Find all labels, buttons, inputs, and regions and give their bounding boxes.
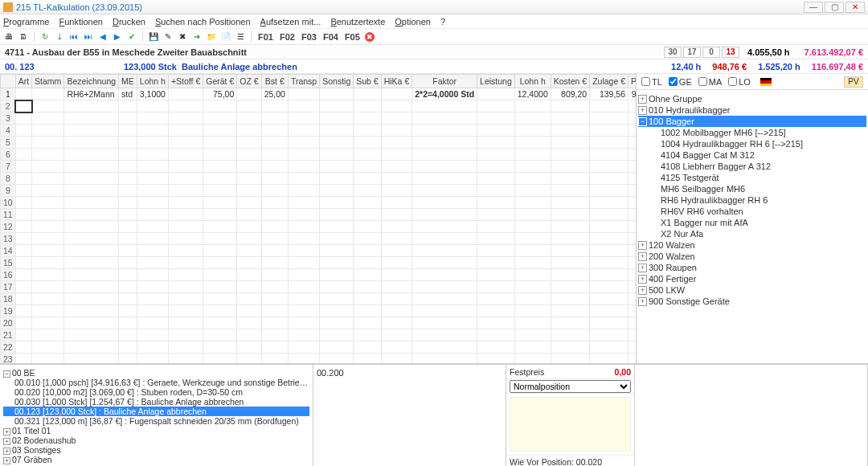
toolbar-f02[interactable]: F02 [278,32,297,42]
minimize-button[interactable]: — [804,2,823,13]
filter-ma[interactable]: MA [698,77,723,87]
pos-h1: 12,40 h [671,62,701,72]
toolbar: 🖶 🗎 ↻ ⤓ ⏮ ⏭ ◀ ▶ ✔ 💾 ✎ ✖ ➜ 📁 📄 ☰ F01 F02 … [0,29,868,45]
go-icon[interactable]: ➜ [191,31,203,43]
toolbar-f04[interactable]: F04 [321,32,340,42]
menu-bar: Programme Funktionen Drucken Suchen nach… [0,14,868,29]
next-icon[interactable]: ▶ [112,31,123,43]
save-icon[interactable]: 💾 [148,31,159,43]
pos-qty: 123,000 Stck [85,62,182,72]
positions-tree[interactable]: −00 BE00.010 [1,000 psch] [34.916,63 €] … [0,365,313,466]
project-title: 4711 - Ausbau der B55 in Meschede Zweite… [5,47,664,57]
box-0[interactable]: 0 [702,47,720,58]
project-header: 4711 - Ausbau der B55 in Meschede Zweite… [0,45,868,59]
filter-tl[interactable]: TL [641,77,662,87]
menu-optionen[interactable]: Optionen [395,17,431,27]
close-button[interactable]: ✕ [845,2,865,13]
cross-icon[interactable]: ✖ [177,31,188,43]
menu-suchen[interactable]: Suchen nach Positionen [155,17,251,27]
festpreis-value: 0,00 [615,367,631,377]
position-type-select[interactable]: Normalposition [510,380,631,393]
box-30[interactable]: 30 [664,47,682,58]
app-icon [3,2,13,12]
pv-button[interactable]: PV [844,76,863,88]
maximize-button[interactable]: ▢ [825,2,844,13]
pos-code: 00. 123 [5,62,85,72]
prev-icon[interactable]: ◀ [97,31,108,43]
total-euro: 7.613.492,07 € [805,47,863,57]
box-17[interactable]: 17 [683,47,701,58]
last-icon[interactable]: ⏭ [83,31,94,43]
detail-code: 00.200 [317,368,344,378]
price-panel: Festpreis0,00 Normalposition Wie Vor Pos… [506,365,635,466]
menu-aufsetzen[interactable]: Aufsetzen mit... [260,17,321,27]
print-icon[interactable]: 🖶 [3,31,14,43]
window-title: 215 TL-Kalkulation (23.09.2015) [16,2,804,12]
calculation-grid[interactable]: ArtStammBezeichnungMELohn h+Stoff €Gerät… [0,74,636,363]
list-icon[interactable]: ☰ [235,31,246,43]
menu-programme[interactable]: Programme [3,17,49,27]
check-icon[interactable]: ✔ [126,31,137,43]
detail-panel: 00.200 [313,365,506,466]
current-position-bar: 00. 123 123,000 Stck Bauliche Anlage abb… [0,59,868,74]
menu-funktionen[interactable]: Funktionen [59,17,102,27]
empty-panel [635,365,868,466]
wievor-label: Wie Vor Position: 00.020 [506,455,634,466]
menu-help[interactable]: ? [440,17,445,27]
edit-icon[interactable]: ✎ [162,31,174,43]
preview-icon[interactable]: 🗎 [18,31,29,43]
toolbar-f03[interactable]: F03 [300,32,318,42]
filter-ge[interactable]: GE [669,77,692,87]
pos-e2: 116.697,48 € [812,62,863,72]
toolbar-f01[interactable]: F01 [256,32,275,42]
festpreis-label: Festpreis [510,367,615,377]
page-icon[interactable]: 📄 [220,31,231,43]
filter-lo[interactable]: LO [728,77,751,87]
export-icon[interactable]: ⤓ [54,31,65,43]
title-bar: 215 TL-Kalkulation (23.09.2015) — ▢ ✕ [0,0,868,14]
filter-bar: TL GE MA LO PV [637,74,868,90]
total-hours: 4.055,50 h [747,47,790,57]
pos-e1: 948,76 € [712,62,747,72]
menu-drucken[interactable]: Drucken [113,17,145,27]
menu-benutzertexte[interactable]: Benutzertexte [330,17,385,27]
notes-area[interactable] [510,397,631,452]
first-icon[interactable]: ⏮ [68,31,80,43]
equipment-tree[interactable]: +Ohne Gruppe+010 Hydraulikbagger−100 Bag… [637,90,868,363]
flag-icon [760,78,772,86]
stop-icon[interactable]: ✖ [365,32,375,42]
pos-desc: Bauliche Anlage abbrechen [182,62,671,72]
folder-icon[interactable]: 📁 [206,31,217,43]
refresh-icon[interactable]: ↻ [39,31,51,43]
toolbar-f05[interactable]: F05 [343,32,362,42]
pos-h2: 1.525,20 h [758,62,800,72]
box-13[interactable]: 13 [722,47,739,58]
